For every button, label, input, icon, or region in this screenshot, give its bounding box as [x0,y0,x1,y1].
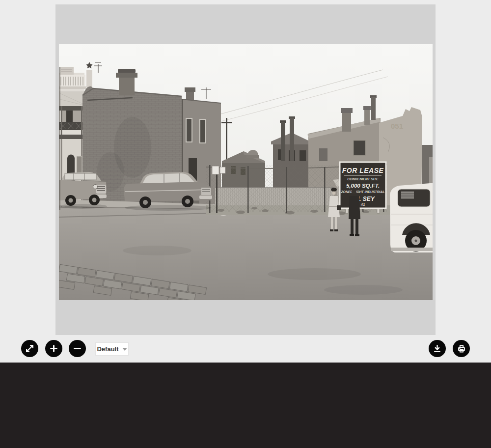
download-button[interactable] [429,340,446,357]
photo[interactable]: 051 [59,44,433,300]
plus-icon [49,344,58,353]
photo-edge [59,67,60,210]
download-arrow-icon [433,344,442,353]
footer-bar: Gore Street, Fitzroy, from Gertrude Stre… [0,363,491,448]
caret-down-icon [122,348,127,351]
white-van [390,183,433,252]
printer-icon [457,344,466,354]
zoom-preset-dropdown[interactable]: Default [95,342,129,356]
archive-image-viewer: 051 [0,0,491,448]
for-lease-sign: FOR LEASE CONVENIENT SITE 5,000 SQ.FT. Z… [340,162,386,213]
fullscreen-button[interactable] [21,340,38,357]
minus-icon [73,344,82,353]
sign-line-3: 5,000 SQ.FT. [346,183,380,189]
zoom-in-button[interactable] [45,340,62,357]
sign-line-2: CONVENIENT SITE [347,177,379,181]
sign-line-1: FOR LEASE [342,167,384,174]
sign-line-6: 41 [360,202,365,207]
sign-line-4: ZONED LIGHT INDUSTRIAL [340,190,384,194]
zoom-preset-label: Default [97,345,118,353]
zoom-out-button[interactable] [69,340,86,357]
ghost-sign-text: 051 [391,122,403,130]
print-button[interactable] [453,340,470,357]
viewer-stage: 051 [55,4,436,335]
expand-arrows-icon [25,344,34,353]
